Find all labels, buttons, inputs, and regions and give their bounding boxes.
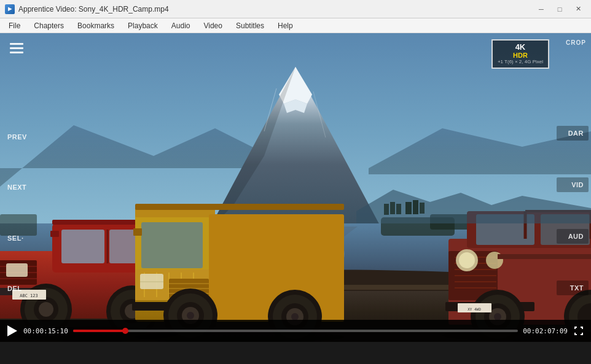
- badge-sub-label: +1 T(6) × 2, 4G Pixel: [498, 59, 543, 65]
- menu-audio[interactable]: Audio: [165, 20, 197, 31]
- title-bar: ▶ Apprentice Video: Sony_4K_HDR_Camp.mp4…: [0, 0, 591, 18]
- menu-playback[interactable]: Playback: [122, 20, 164, 31]
- svg-rect-109: [405, 202, 412, 214]
- maximize-button[interactable]: □: [552, 2, 568, 16]
- aud-button[interactable]: AUD: [557, 229, 589, 244]
- svg-rect-111: [420, 203, 425, 214]
- menu-bar: File Chapters Bookmarks Playback Audio V…: [0, 18, 591, 33]
- svg-point-85: [459, 252, 475, 268]
- vid-button[interactable]: VID: [557, 177, 589, 192]
- time-current: 00:00:15:10: [23, 327, 68, 335]
- title-text: Apprentice Video: Sony_4K_HDR_Camp.mp4: [18, 5, 169, 14]
- menu-chapters[interactable]: Chapters: [28, 20, 70, 31]
- time-total: 00:02:07:09: [523, 327, 568, 335]
- menu-subtitles[interactable]: Subtitles: [230, 20, 270, 31]
- control-bar: 00:00:15:10 00:02:07:09: [0, 320, 591, 342]
- badge-4k-label: 4K: [498, 43, 543, 52]
- hdr-badge: 4K HDR +1 T(6) × 2, 4G Pixel: [491, 39, 549, 69]
- del-button[interactable]: DEL: [0, 281, 43, 296]
- prev-button[interactable]: PREV: [0, 130, 43, 144]
- play-icon: [7, 325, 17, 336]
- svg-rect-106: [384, 204, 389, 215]
- window-controls: ─ □ ✕: [533, 2, 586, 16]
- minimize-button[interactable]: ─: [533, 2, 549, 16]
- video-container: ABC 123: [0, 33, 591, 342]
- svg-rect-110: [413, 200, 418, 214]
- progress-fill: [73, 330, 125, 332]
- title-left: ▶ Apprentice Video: Sony_4K_HDR_Camp.mp4: [5, 4, 169, 14]
- menu-file[interactable]: File: [2, 20, 26, 31]
- menu-video[interactable]: Video: [197, 20, 228, 31]
- close-button[interactable]: ✕: [570, 2, 586, 16]
- fullscreen-icon: [574, 326, 584, 336]
- svg-rect-72: [133, 228, 142, 236]
- progress-thumb: [122, 328, 128, 334]
- svg-rect-20: [61, 230, 104, 263]
- svg-rect-43: [141, 222, 203, 268]
- app-icon: ▶: [5, 4, 15, 14]
- dar-button[interactable]: DAR: [557, 126, 589, 141]
- svg-rect-37: [50, 231, 59, 237]
- txt-button[interactable]: TXT: [557, 281, 589, 295]
- next-button[interactable]: NEXT: [0, 180, 43, 195]
- svg-rect-107: [390, 202, 395, 214]
- badge-hdr-label: HDR: [498, 52, 543, 59]
- menu-help[interactable]: Help: [272, 20, 299, 31]
- svg-rect-108: [396, 204, 401, 214]
- right-controls-panel: DAR VID AUD TXT: [554, 33, 591, 320]
- menu-bookmarks[interactable]: Bookmarks: [71, 20, 120, 31]
- fullscreen-button[interactable]: [573, 325, 585, 337]
- svg-text:XY 4WD: XY 4WD: [468, 307, 481, 311]
- left-controls-panel: PREV NEXT SEL· DEL: [0, 33, 43, 320]
- video-scene: ABC 123: [0, 33, 591, 342]
- sel-button[interactable]: SEL·: [0, 231, 43, 246]
- svg-rect-54: [135, 204, 344, 210]
- video-frame: ABC 123: [0, 33, 591, 342]
- play-button[interactable]: [6, 325, 18, 337]
- progress-bar[interactable]: [73, 330, 518, 332]
- svg-point-66: [187, 312, 194, 319]
